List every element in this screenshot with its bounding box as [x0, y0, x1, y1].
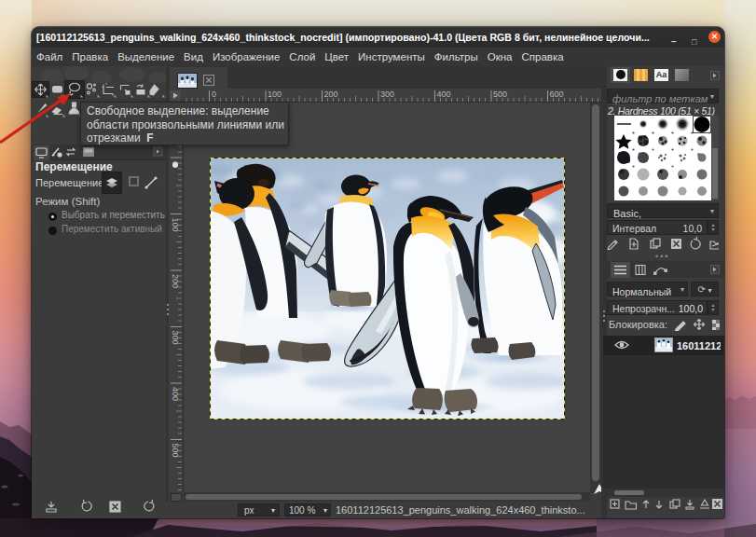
- svg-text:500: 500: [171, 444, 180, 458]
- svg-text:300: 300: [380, 90, 394, 99]
- svg-text:500: 500: [493, 90, 507, 99]
- svg-text:600: 600: [550, 90, 564, 99]
- svg-text:100: 100: [268, 90, 282, 99]
- svg-text:100: 100: [171, 218, 180, 232]
- svg-text:400: 400: [437, 90, 451, 99]
- svg-text:400: 400: [171, 387, 180, 401]
- svg-text:0: 0: [212, 90, 216, 99]
- svg-text:200: 200: [324, 90, 338, 99]
- svg-text:300: 300: [171, 331, 180, 345]
- svg-text:200: 200: [171, 274, 180, 288]
